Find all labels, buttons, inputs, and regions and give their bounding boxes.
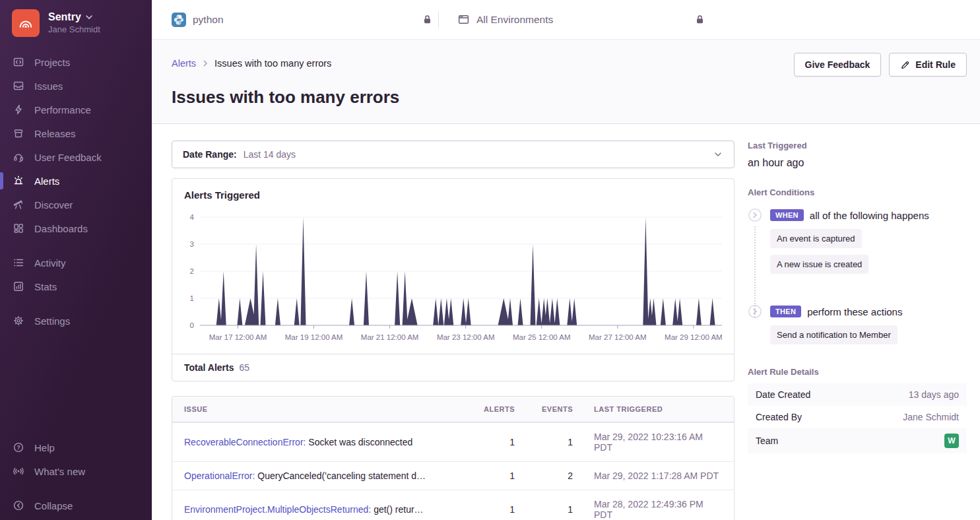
- svg-text:Mar 23 12:00 AM: Mar 23 12:00 AM: [437, 333, 495, 341]
- detail-label: Created By: [756, 412, 802, 422]
- sidebar-item-settings[interactable]: Settings: [0, 309, 152, 333]
- when-condition-group: WHEN all of the following happens An eve…: [748, 208, 967, 304]
- page-title: Issues with too many errors: [172, 87, 967, 108]
- python-project-icon: [172, 13, 186, 27]
- events-count: 1: [515, 504, 573, 515]
- page-header: Alerts Issues with too many errors Give …: [152, 40, 980, 124]
- environment-selector[interactable]: All Environments: [439, 13, 705, 26]
- when-text: all of the following happens: [810, 210, 929, 221]
- last-triggered-heading: Last Triggered: [748, 141, 967, 150]
- detail-row: Date Created 13 days ago: [748, 383, 967, 406]
- condition-pill: A new issue is created: [770, 255, 868, 274]
- svg-text:0: 0: [190, 321, 194, 329]
- dashboards-icon: [12, 222, 25, 234]
- svg-text:Mar 21 12:00 AM: Mar 21 12:00 AM: [361, 333, 419, 341]
- svg-text:?: ?: [16, 444, 20, 451]
- alerts-triggered-chart: 01234Mar 17 12:00 AMMar 19 12:00 AMMar 2…: [176, 206, 729, 350]
- issue-description: QueryCanceled('canceling statement d…: [257, 471, 426, 481]
- sidebar-item-label: Stats: [34, 281, 57, 292]
- total-alerts-label: Total Alerts: [184, 362, 234, 373]
- sidebar-item-performance[interactable]: Performance: [0, 98, 152, 121]
- detail-value: Jane Schmidt: [903, 412, 959, 422]
- alerts-count: 1: [459, 471, 515, 481]
- topbar: python All Environments: [152, 0, 980, 40]
- sidebar-item-releases[interactable]: Releases: [0, 121, 152, 145]
- alert-rule-details-heading: Alert Rule Details: [748, 367, 967, 377]
- edit-rule-button[interactable]: Edit Rule: [889, 53, 967, 77]
- issue-description: get() retur…: [374, 504, 423, 515]
- breadcrumb-current: Issues with too many errors: [214, 58, 331, 69]
- nav-group-gap: [0, 483, 152, 494]
- pencil-icon: [900, 60, 910, 70]
- detail-row: Created By Jane Schmidt: [748, 406, 967, 428]
- issue-link[interactable]: EnvironmentProject.MultipleObjectsReturn…: [184, 504, 371, 515]
- org-name: Sentry: [48, 11, 81, 24]
- project-lock-icon[interactable]: [422, 14, 433, 25]
- svg-text:Mar 27 12:00 AM: Mar 27 12:00 AM: [589, 333, 647, 341]
- sidebar-item-activity[interactable]: Activity: [0, 251, 152, 275]
- sidebar: Sentry Jane Schmidt Projects Issues Perf…: [0, 0, 152, 520]
- svg-text:3: 3: [190, 240, 194, 248]
- nav-group-gap: [0, 298, 152, 309]
- svg-text:2: 2: [190, 267, 194, 275]
- activity-icon: [12, 257, 25, 269]
- chart-footer: Total Alerts65: [172, 354, 734, 381]
- org-switcher[interactable]: Sentry Jane Schmidt: [0, 9, 152, 37]
- svg-text:Mar 17 12:00 AM: Mar 17 12:00 AM: [209, 333, 267, 341]
- sidebar-collapse-button[interactable]: Collapse: [0, 494, 152, 517]
- environment-lock-icon[interactable]: [694, 14, 705, 25]
- breadcrumb: Alerts Issues with too many errors: [172, 53, 331, 69]
- issue-description: Socket was disconnected: [308, 437, 412, 447]
- alerts-chart-card: Alerts Triggered 01234Mar 17 12:00 AMMar…: [172, 178, 735, 381]
- action-pill: Send a notification to Member: [770, 325, 898, 344]
- sidebar-item-label: Help: [34, 442, 55, 453]
- sidebar-item-label: Releases: [34, 128, 76, 139]
- sidebar-item-issues[interactable]: Issues: [0, 74, 152, 98]
- column-header-last-triggered: LAST TRIGGERED: [573, 405, 734, 413]
- sidebar-item-user-feedback[interactable]: User Feedback: [0, 145, 152, 169]
- give-feedback-label: Give Feedback: [805, 59, 870, 70]
- alerts-count: 1: [459, 504, 515, 515]
- conditions-spacer: [770, 274, 967, 304]
- then-badge: THEN: [770, 306, 801, 317]
- sidebar-item-whats-new[interactable]: What's new: [0, 459, 152, 483]
- sidebar-nav: Projects Issues Performance Releases Use…: [0, 50, 152, 517]
- sidebar-item-discover[interactable]: Discover: [0, 193, 152, 216]
- date-range-label: Date Range:: [183, 149, 237, 160]
- sidebar-item-projects[interactable]: Projects: [0, 50, 152, 74]
- sidebar-item-dashboards[interactable]: Dashboards: [0, 216, 152, 240]
- sidebar-item-help[interactable]: ? Help: [0, 436, 152, 459]
- alert-rule-details-list: Date Created 13 days ago Created By Jane…: [748, 383, 967, 453]
- then-text: perform these actions: [807, 306, 902, 317]
- column-header-issue: ISSUE: [172, 405, 459, 413]
- alert-conditions-heading: Alert Conditions: [748, 187, 967, 197]
- svg-text:Mar 29 12:00 AM: Mar 29 12:00 AM: [665, 333, 723, 341]
- issue-link[interactable]: OperationalError:: [184, 471, 255, 481]
- date-range-dropdown[interactable]: Date Range: Last 14 days: [172, 141, 735, 168]
- total-alerts-value: 65: [239, 362, 249, 373]
- last-triggered-date: Mar 29, 2022 1:17:28 AM PDT: [573, 471, 734, 481]
- issues-icon: [12, 80, 25, 92]
- sidebar-item-stats[interactable]: Stats: [0, 275, 152, 298]
- sidebar-item-label: Alerts: [34, 176, 59, 187]
- sidebar-item-label: Performance: [34, 104, 91, 115]
- then-condition-group: THEN perform these actions Send a notifi…: [748, 304, 967, 344]
- user-feedback-icon: [12, 151, 25, 163]
- table-row: EnvironmentProject.MultipleObjectsReturn…: [172, 490, 734, 520]
- app-root: Sentry Jane Schmidt Projects Issues Perf…: [0, 0, 980, 520]
- svg-text:Mar 25 12:00 AM: Mar 25 12:00 AM: [513, 333, 571, 341]
- breadcrumb-chevron-icon: [201, 59, 209, 67]
- sidebar-bottom-group: ? Help What's new Collapse: [0, 436, 152, 517]
- project-selector[interactable]: python: [172, 13, 433, 27]
- chevron-right-circle-icon: [748, 208, 762, 222]
- chart-title: Alerts Triggered: [172, 179, 734, 206]
- breadcrumb-alerts-link[interactable]: Alerts: [172, 58, 196, 69]
- issue-link[interactable]: RecoverableConnectionError:: [184, 437, 306, 447]
- svg-text:Mar 19 12:00 AM: Mar 19 12:00 AM: [285, 333, 343, 341]
- detail-label: Date Created: [756, 389, 810, 400]
- date-range-value: Last 14 days: [244, 149, 296, 160]
- projects-icon: [12, 56, 25, 68]
- nav-group-gap: [0, 240, 152, 251]
- sidebar-item-alerts[interactable]: Alerts: [0, 169, 152, 193]
- give-feedback-button[interactable]: Give Feedback: [794, 53, 882, 77]
